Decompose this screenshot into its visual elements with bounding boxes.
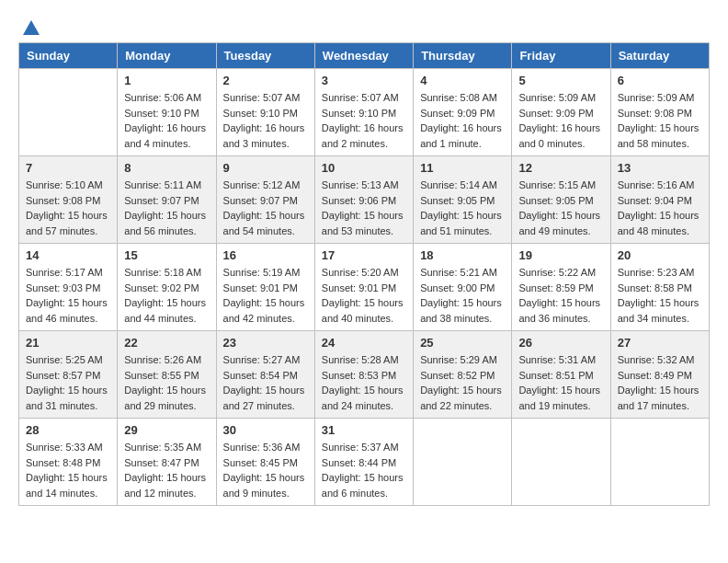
calendar-day-cell: 19Sunrise: 5:22 AMSunset: 8:59 PMDayligh… (512, 244, 610, 331)
day-info: Sunrise: 5:22 AMSunset: 8:59 PMDaylight:… (518, 265, 603, 326)
day-number: 4 (420, 74, 505, 87)
day-number: 17 (322, 248, 406, 262)
calendar-day-cell: 23Sunrise: 5:27 AMSunset: 8:54 PMDayligh… (216, 331, 314, 419)
day-info: Sunrise: 5:09 AMSunset: 9:09 PMDaylight:… (518, 90, 603, 151)
calendar-day-cell: 26Sunrise: 5:31 AMSunset: 8:51 PMDayligh… (512, 331, 610, 419)
calendar-day-cell: 5Sunrise: 5:09 AMSunset: 9:09 PMDaylight… (512, 69, 610, 156)
calendar-day-cell: 11Sunrise: 5:14 AMSunset: 9:05 PMDayligh… (414, 156, 512, 244)
day-info: Sunrise: 5:19 AMSunset: 9:01 PMDaylight:… (223, 265, 308, 326)
calendar-day-cell: 14Sunrise: 5:17 AMSunset: 9:03 PMDayligh… (19, 244, 118, 331)
calendar-table: SundayMondayTuesdayWednesdayThursdayFrid… (18, 42, 710, 506)
calendar-day-cell: 7Sunrise: 5:10 AMSunset: 9:08 PMDaylight… (19, 156, 118, 244)
day-number: 27 (618, 336, 702, 350)
calendar-week-row: 1Sunrise: 5:06 AMSunset: 9:10 PMDaylight… (19, 69, 710, 156)
day-info: Sunrise: 5:31 AMSunset: 8:51 PMDaylight:… (518, 352, 603, 413)
calendar-day-cell: 12Sunrise: 5:15 AMSunset: 9:05 PMDayligh… (512, 156, 610, 244)
day-info: Sunrise: 5:12 AMSunset: 9:07 PMDaylight:… (223, 178, 308, 238)
day-info: Sunrise: 5:11 AMSunset: 9:07 PMDaylight:… (124, 178, 209, 238)
day-info: Sunrise: 5:09 AMSunset: 9:08 PMDaylight:… (618, 90, 702, 151)
weekday-header-row: SundayMondayTuesdayWednesdayThursdayFrid… (19, 43, 710, 69)
day-number: 22 (124, 336, 209, 350)
calendar-day-cell: 20Sunrise: 5:23 AMSunset: 8:58 PMDayligh… (610, 244, 709, 331)
weekday-header-cell: Wednesday (314, 43, 413, 69)
calendar-day-cell: 15Sunrise: 5:18 AMSunset: 9:02 PMDayligh… (118, 244, 216, 331)
calendar-week-row: 14Sunrise: 5:17 AMSunset: 9:03 PMDayligh… (19, 244, 710, 331)
page-header (18, 18, 710, 33)
day-number: 20 (618, 248, 702, 262)
calendar-week-row: 21Sunrise: 5:25 AMSunset: 8:57 PMDayligh… (19, 331, 710, 419)
day-info: Sunrise: 5:06 AMSunset: 9:10 PMDaylight:… (124, 90, 209, 151)
day-number: 2 (223, 74, 308, 87)
day-info: Sunrise: 5:07 AMSunset: 9:10 PMDaylight:… (322, 90, 406, 151)
calendar-day-cell: 16Sunrise: 5:19 AMSunset: 9:01 PMDayligh… (216, 244, 314, 331)
weekday-header-cell: Saturday (610, 43, 709, 69)
day-info: Sunrise: 5:27 AMSunset: 8:54 PMDaylight:… (223, 352, 308, 413)
calendar-day-cell (19, 69, 118, 156)
calendar-day-cell: 10Sunrise: 5:13 AMSunset: 9:06 PMDayligh… (314, 156, 413, 244)
day-info: Sunrise: 5:28 AMSunset: 8:53 PMDaylight:… (322, 352, 406, 413)
weekday-header-cell: Tuesday (216, 43, 314, 69)
day-number: 15 (124, 248, 209, 262)
day-number: 12 (518, 161, 603, 175)
day-info: Sunrise: 5:15 AMSunset: 9:05 PMDaylight:… (518, 178, 603, 238)
day-number: 7 (26, 161, 110, 175)
calendar-day-cell: 4Sunrise: 5:08 AMSunset: 9:09 PMDaylight… (414, 69, 512, 156)
day-number: 5 (518, 74, 603, 87)
calendar-day-cell: 28Sunrise: 5:33 AMSunset: 8:48 PMDayligh… (19, 419, 118, 506)
day-number: 14 (26, 248, 110, 262)
day-number: 1 (124, 74, 209, 87)
day-number: 18 (420, 248, 505, 262)
day-info: Sunrise: 5:26 AMSunset: 8:55 PMDaylight:… (124, 352, 209, 413)
weekday-header-cell: Monday (118, 43, 216, 69)
day-number: 28 (26, 423, 110, 437)
day-info: Sunrise: 5:18 AMSunset: 9:02 PMDaylight:… (124, 265, 209, 326)
day-info: Sunrise: 5:07 AMSunset: 9:10 PMDaylight:… (223, 90, 308, 151)
day-info: Sunrise: 5:25 AMSunset: 8:57 PMDaylight:… (26, 352, 110, 413)
day-number: 8 (124, 161, 209, 175)
calendar-day-cell: 18Sunrise: 5:21 AMSunset: 9:00 PMDayligh… (414, 244, 512, 331)
calendar-day-cell (610, 419, 709, 506)
weekday-header-cell: Thursday (414, 43, 512, 69)
day-info: Sunrise: 5:17 AMSunset: 9:03 PMDaylight:… (26, 265, 110, 326)
weekday-header-cell: Sunday (19, 43, 118, 69)
day-info: Sunrise: 5:37 AMSunset: 8:44 PMDaylight:… (322, 440, 406, 500)
calendar-day-cell: 6Sunrise: 5:09 AMSunset: 9:08 PMDaylight… (610, 69, 709, 156)
calendar-day-cell: 3Sunrise: 5:07 AMSunset: 9:10 PMDaylight… (314, 69, 413, 156)
logo (18, 18, 41, 33)
day-info: Sunrise: 5:33 AMSunset: 8:48 PMDaylight:… (26, 440, 110, 500)
calendar-day-cell: 21Sunrise: 5:25 AMSunset: 8:57 PMDayligh… (19, 331, 118, 419)
day-number: 26 (518, 336, 603, 350)
day-info: Sunrise: 5:29 AMSunset: 8:52 PMDaylight:… (420, 352, 505, 413)
day-info: Sunrise: 5:23 AMSunset: 8:58 PMDaylight:… (618, 265, 702, 326)
day-number: 16 (223, 248, 308, 262)
day-number: 11 (420, 161, 505, 175)
day-number: 29 (124, 423, 209, 437)
day-number: 31 (322, 423, 406, 437)
calendar-week-row: 28Sunrise: 5:33 AMSunset: 8:48 PMDayligh… (19, 419, 710, 506)
calendar-day-cell: 24Sunrise: 5:28 AMSunset: 8:53 PMDayligh… (314, 331, 413, 419)
calendar-day-cell: 9Sunrise: 5:12 AMSunset: 9:07 PMDaylight… (216, 156, 314, 244)
calendar-day-cell: 27Sunrise: 5:32 AMSunset: 8:49 PMDayligh… (610, 331, 709, 419)
day-number: 6 (618, 74, 702, 87)
day-info: Sunrise: 5:32 AMSunset: 8:49 PMDaylight:… (618, 352, 702, 413)
day-info: Sunrise: 5:20 AMSunset: 9:01 PMDaylight:… (322, 265, 406, 326)
day-info: Sunrise: 5:10 AMSunset: 9:08 PMDaylight:… (26, 178, 110, 238)
day-number: 24 (322, 336, 406, 350)
day-number: 13 (618, 161, 702, 175)
day-info: Sunrise: 5:14 AMSunset: 9:05 PMDaylight:… (420, 178, 505, 238)
day-info: Sunrise: 5:16 AMSunset: 9:04 PMDaylight:… (618, 178, 702, 238)
calendar-day-cell: 29Sunrise: 5:35 AMSunset: 8:47 PMDayligh… (118, 419, 216, 506)
day-info: Sunrise: 5:21 AMSunset: 9:00 PMDaylight:… (420, 265, 505, 326)
day-number: 25 (420, 336, 505, 350)
day-number: 21 (26, 336, 110, 350)
day-info: Sunrise: 5:36 AMSunset: 8:45 PMDaylight:… (223, 440, 308, 500)
calendar-day-cell: 2Sunrise: 5:07 AMSunset: 9:10 PMDaylight… (216, 69, 314, 156)
calendar-day-cell: 31Sunrise: 5:37 AMSunset: 8:44 PMDayligh… (314, 419, 413, 506)
weekday-header-cell: Friday (512, 43, 610, 69)
day-info: Sunrise: 5:08 AMSunset: 9:09 PMDaylight:… (420, 90, 505, 151)
calendar-day-cell: 22Sunrise: 5:26 AMSunset: 8:55 PMDayligh… (118, 331, 216, 419)
calendar-day-cell: 1Sunrise: 5:06 AMSunset: 9:10 PMDaylight… (118, 69, 216, 156)
calendar-day-cell (414, 419, 512, 506)
day-number: 30 (223, 423, 308, 437)
calendar-day-cell: 13Sunrise: 5:16 AMSunset: 9:04 PMDayligh… (610, 156, 709, 244)
